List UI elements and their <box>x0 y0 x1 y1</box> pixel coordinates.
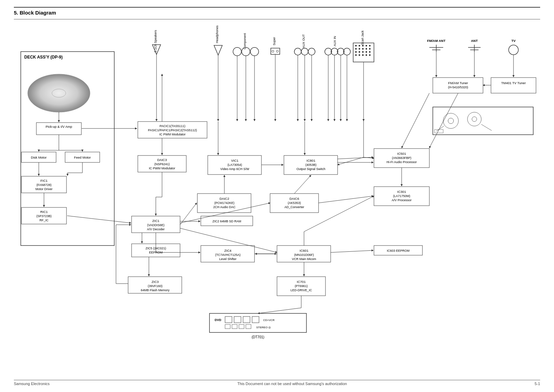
zic5-label1: ZIC5 (24C021) <box>145 247 166 250</box>
svg-rect-150 <box>239 324 244 329</box>
svg-rect-69 <box>355 54 357 56</box>
cdvd-label: CD>VCR <box>263 319 275 322</box>
pacic1-label1: PACIC1(TAS5111) <box>160 124 186 128</box>
daic2-label2: (PCM1742KE) <box>214 201 234 205</box>
svg-line-135 <box>402 93 429 148</box>
svg-rect-61 <box>362 48 364 50</box>
zic4-label3: Level Shifter <box>219 257 236 261</box>
vic1-label3: Video Amp 6CH S/W <box>220 167 249 171</box>
svg-rect-145 <box>234 317 241 323</box>
ic601-label2: (MN101D06F) <box>294 253 314 257</box>
svg-rect-67 <box>366 51 367 53</box>
svg-line-132 <box>436 126 444 131</box>
ic501-label1: IC501 <box>397 152 406 155</box>
super-label: Super <box>272 37 276 45</box>
svg-point-29 <box>233 47 241 56</box>
ant-label: ANT <box>471 39 478 43</box>
daic3-label1: DAIC3 <box>157 158 167 162</box>
fm-am-tuner-label1: FM/AM Tuner <box>448 81 468 85</box>
svg-rect-60 <box>359 48 360 50</box>
svg-rect-66 <box>362 51 364 53</box>
svg-point-39 <box>294 48 301 55</box>
ic301-label1: IC301 <box>397 190 406 194</box>
svg-line-153 <box>258 308 301 313</box>
svg-line-87 <box>294 175 311 194</box>
svg-point-130 <box>467 112 481 126</box>
vic1-label1: VIC1 <box>231 159 238 162</box>
zic4-label2: (TC74VHCT125A) <box>215 253 241 257</box>
svg-rect-115 <box>491 78 536 93</box>
zic5-label2: EEPROM <box>149 251 162 254</box>
svg-point-129 <box>448 118 454 124</box>
svg-point-37 <box>276 50 278 52</box>
svg-rect-68 <box>369 51 370 53</box>
divider-line <box>14 19 540 19</box>
ric1-label3: RF_IC <box>39 219 49 222</box>
fic1-label: FIC1 <box>41 179 48 182</box>
ic701-label2: (PT6961) <box>295 284 308 288</box>
svg-rect-71 <box>362 54 364 56</box>
daic3-label3: IC PWM Modulator <box>149 167 175 170</box>
diagram-area: DECK ASS'Y (DP-9) Pick-up & I/V Amp Disk… <box>14 22 540 358</box>
fm-am-tuner-label2: (H-5410/5320) <box>448 86 468 89</box>
svg-line-79 <box>338 157 373 159</box>
svg-line-88 <box>319 196 373 203</box>
svg-point-48 <box>343 48 350 55</box>
svg-rect-149 <box>232 324 237 329</box>
ic801-label1: IC801 <box>306 159 315 162</box>
daic6-label2: (AK5353) <box>288 201 301 205</box>
vic1-label2: (LA73054) <box>227 163 242 167</box>
ic603-label: IC603 EEPROM <box>387 249 410 252</box>
pickup-label: Pick-up & I/V Amp <box>46 125 72 128</box>
tm401-label1: TM401 TV Tuner <box>501 81 526 85</box>
section-number: 5. <box>14 10 18 16</box>
ic301-label2: (LA71750M) <box>393 194 410 198</box>
page: 5. Block Diagram DECK ASS'Y (DP-9) Pick- <box>0 0 554 392</box>
aux-in-label: AUX IN <box>333 36 337 46</box>
footer-center: This Document can not be used without Sa… <box>238 382 347 386</box>
svg-rect-59 <box>355 48 357 50</box>
daic2-label3: 2CH Audio DAC <box>213 205 236 209</box>
ic801-label3: Output Signal Switch <box>296 167 325 171</box>
svg-point-41 <box>308 48 315 55</box>
svg-rect-55 <box>359 45 360 46</box>
zic4-label1: ZIC4 <box>224 249 232 252</box>
svg-marker-27 <box>214 45 222 55</box>
daic6-label3: AD_Converter <box>284 205 304 209</box>
aux-out-label: AUX OUT <box>302 34 305 48</box>
svg-line-91 <box>180 203 197 225</box>
svg-line-133 <box>481 124 492 131</box>
svg-rect-73 <box>369 54 370 56</box>
svg-rect-70 <box>359 54 360 56</box>
zic1-label1: ZIC1 <box>152 219 160 223</box>
zic2-label: ZIC2 64MB SD RAM <box>212 220 241 223</box>
svg-rect-148 <box>225 324 230 329</box>
svg-line-142 <box>304 196 374 232</box>
ic301-label3: A/V Processor <box>392 198 412 202</box>
svg-point-36 <box>272 50 274 52</box>
svg-rect-151 <box>246 324 251 329</box>
svg-point-131 <box>472 117 477 122</box>
ic601-label3: VCR Main Micom <box>292 257 316 261</box>
svg-rect-147 <box>252 317 259 323</box>
ric1-label: RIC1 <box>40 210 48 214</box>
svg-rect-58 <box>369 45 370 46</box>
feed-motor-label: Feed Motor <box>74 155 91 159</box>
stereo-label: STEREO ◎ <box>256 326 271 329</box>
disk-motor-label: Disk Motor <box>31 155 46 159</box>
svg-rect-64 <box>355 51 357 53</box>
footer: Samsung Electronics This Document can no… <box>14 380 540 386</box>
ic601-label1: IC601 <box>300 249 308 252</box>
svg-rect-63 <box>369 48 370 50</box>
svg-rect-56 <box>362 45 364 46</box>
svg-point-124 <box>509 45 518 55</box>
ic801-label2: (4053B) <box>305 163 316 167</box>
zic1-label3: A/V Decoder <box>147 228 164 231</box>
headphones-label: Headphones <box>215 25 219 43</box>
svg-point-46 <box>331 48 338 55</box>
svg-rect-54 <box>355 45 357 46</box>
dvd-label: DVD <box>215 318 222 322</box>
zic3-label2: (39VF160) <box>148 284 163 288</box>
ic701-label1: IC701 <box>297 280 305 284</box>
fm-am-ant-label: FM/AM ANT <box>427 39 446 43</box>
